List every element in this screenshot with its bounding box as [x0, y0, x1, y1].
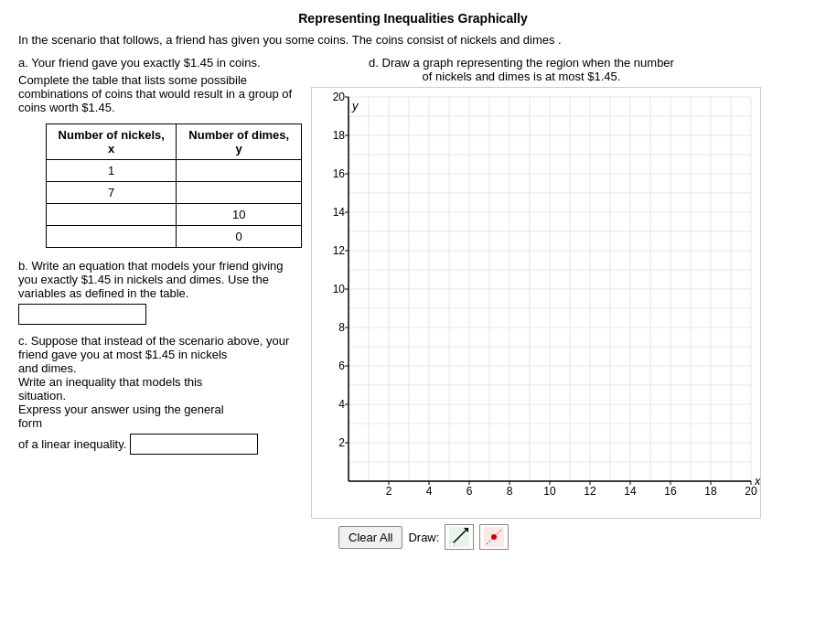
equation-input[interactable] — [18, 304, 146, 325]
page-title: Representing Inequalities Graphically — [18, 11, 808, 26]
line-draw-tool[interactable] — [445, 524, 474, 550]
right-column: d. Draw a graph representing the region … — [311, 56, 808, 550]
part-a-label: a. Your friend gave you exactly $1.45 in… — [18, 56, 302, 70]
nickels-cell-3[interactable] — [47, 204, 177, 226]
nickels-input-3[interactable] — [84, 208, 139, 221]
dimes-cell-2[interactable] — [177, 182, 302, 204]
graph-canvas[interactable] — [311, 87, 761, 519]
part-c: c. Suppose that instead of the scenario … — [18, 334, 302, 455]
graph-controls: Clear All Draw: — [338, 524, 509, 550]
clear-all-button[interactable]: Clear All — [338, 526, 402, 549]
col1-header: Number of nickels, x — [47, 124, 177, 160]
part-a: a. Your friend gave you exactly $1.45 in… — [18, 56, 302, 248]
table-row: 10 — [47, 204, 302, 226]
col2-header: Number of dimes, y — [177, 124, 302, 160]
nickels-cell-4[interactable] — [47, 226, 177, 248]
part-c-form-text: of a linear inequality. — [18, 434, 302, 455]
inequality-input[interactable] — [130, 434, 258, 455]
nickels-cell-1: 1 — [47, 160, 177, 182]
table-section: Number of nickels, x Number of dimes, y … — [18, 123, 302, 248]
part-a-description: Complete the table that lists some possi… — [18, 73, 302, 114]
graph-area: Clear All Draw: — [311, 87, 808, 550]
part-c-label: c. Suppose that instead of the scenario … — [18, 334, 302, 430]
draw-label: Draw: — [408, 531, 439, 544]
dimes-cell-3: 10 — [177, 204, 302, 226]
table-row: 0 — [47, 226, 302, 248]
left-column: a. Your friend gave you exactly $1.45 in… — [18, 56, 302, 550]
part-d-label: d. Draw a graph representing the region … — [338, 56, 704, 83]
dimes-cell-4: 0 — [177, 226, 302, 248]
svg-rect-3 — [449, 542, 454, 547]
table-row: 1 — [47, 160, 302, 182]
nickels-input-4[interactable] — [84, 230, 139, 243]
nickels-cell-2: 7 — [47, 182, 177, 204]
line-tool-icon — [449, 527, 469, 547]
dot-tool-icon — [484, 527, 504, 547]
coins-table: Number of nickels, x Number of dimes, y … — [46, 123, 302, 248]
part-b: b. Write an equation that models your fr… — [18, 259, 302, 325]
dimes-input-1[interactable] — [211, 164, 266, 177]
table-row: 7 — [47, 182, 302, 204]
dimes-input-2[interactable] — [211, 186, 266, 199]
dot-draw-tool[interactable] — [479, 524, 509, 550]
part-b-label: b. Write an equation that models your fr… — [18, 259, 302, 300]
dimes-cell-1[interactable] — [177, 160, 302, 182]
intro-text: In the scenario that follows, a friend h… — [18, 33, 808, 47]
